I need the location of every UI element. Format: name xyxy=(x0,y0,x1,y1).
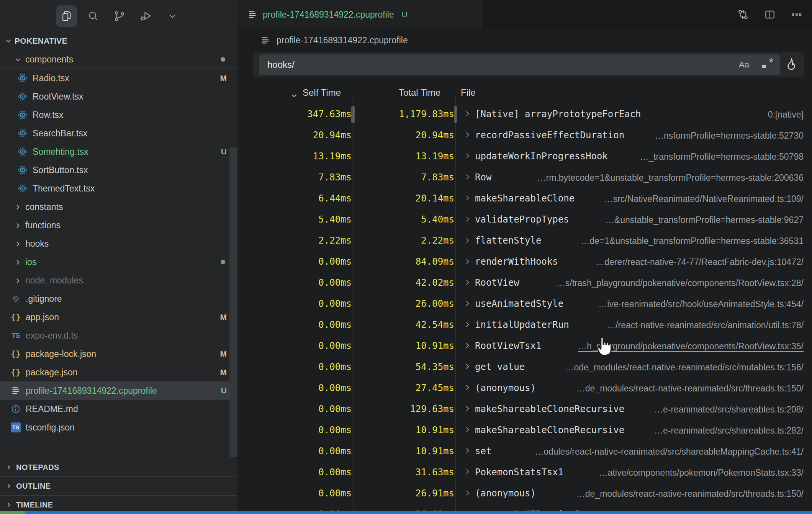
flame-icon[interactable] xyxy=(784,57,799,72)
profile-row-flattenstyle[interactable]: 2.22ms2.22msflattenStyle…de=1&unstable_t… xyxy=(237,231,812,252)
file-location-link[interactable]: 0:[native] xyxy=(768,110,804,120)
run-debug-icon[interactable] xyxy=(135,5,157,27)
chevron-right-icon[interactable] xyxy=(464,110,471,117)
file-location-link[interactable]: …de_modules/react-native-reanimated/src/… xyxy=(576,489,804,499)
file-location-link[interactable]: …de_modules/react-native-reanimated/src/… xyxy=(576,383,804,394)
sidebar-item-functions[interactable]: functions xyxy=(0,216,237,234)
open-changes-icon[interactable] xyxy=(735,6,751,23)
sidebar-item-app-json[interactable]: {}app.jsonM xyxy=(0,308,237,326)
explorer-icon[interactable] xyxy=(56,5,77,27)
profile-row-rootview[interactable]: 0.00ms42.02msRootView…s/trash_playground… xyxy=(237,273,812,294)
chevron-right-icon[interactable] xyxy=(464,426,471,433)
chevron-right-icon[interactable] xyxy=(464,131,471,138)
file-location-link[interactable]: …h_playground/pokenative/components/Root… xyxy=(578,341,804,352)
sidebar-item-sortbutton-tsx[interactable]: SortButton.tsx xyxy=(0,161,237,179)
chevron-right-icon[interactable] xyxy=(464,405,471,412)
profile-row-renderwithhooks[interactable]: 0.00ms84.09msrenderWithHooks…derer/react… xyxy=(237,252,812,273)
sidebar-section-notepads[interactable]: NOTEPADS xyxy=(0,458,237,476)
sidebar-item-hooks[interactable]: hooks xyxy=(0,234,237,253)
column-sash[interactable] xyxy=(353,96,354,511)
sidebar-item-somehting-tsx[interactable]: Somehting.tsxU xyxy=(0,142,237,161)
split-editor-icon[interactable] xyxy=(761,6,778,23)
file-location-link[interactable]: …s/trash_playground/pokenative/component… xyxy=(557,278,804,288)
match-case-button[interactable]: Aa xyxy=(738,59,750,70)
sidebar-item-themedtext-tsx[interactable]: ThemedText.tsx xyxy=(0,179,237,198)
more-views-icon[interactable] xyxy=(162,5,183,27)
profile-row-executeonuiruntimesync[interactable]: 0.00ms26.91msexecuteOnUIRuntimeSync…tive… xyxy=(237,504,812,511)
chevron-right-icon[interactable] xyxy=(464,384,471,391)
sidebar-item-row-tsx[interactable]: Row.tsx xyxy=(0,106,237,124)
sidebar-scrollbar[interactable] xyxy=(229,147,237,457)
file-location-link[interactable]: …de=1&unstable_transformProfile=hermes-s… xyxy=(581,236,804,246)
file-location-link[interactable]: …&unstable_transformProfile=hermes-stabl… xyxy=(606,215,804,225)
file-location-link[interactable]: …ive-reanimated/src/hook/useAnimatedStyl… xyxy=(598,299,804,309)
file-location-link[interactable]: …_transformProfile=hermes-stable:50798 xyxy=(640,152,804,162)
column-sash[interactable] xyxy=(455,96,456,511)
filter-input[interactable]: hooks/ Aa * xyxy=(259,54,780,75)
sidebar-item-package-json[interactable]: {}package.jsonM xyxy=(0,363,237,381)
profile-row-native-arrayprototypeforeach[interactable]: 347.63ms1,179.83ms[Native] arrayPrototyp… xyxy=(237,104,812,125)
chevron-right-icon[interactable] xyxy=(464,237,471,244)
sidebar-item-ios[interactable]: ios xyxy=(0,253,237,271)
sidebar-item-gitignore[interactable]: .gitignore xyxy=(0,290,237,308)
sidebar-item-searchbar-tsx[interactable]: SearchBar.tsx xyxy=(0,124,237,142)
chevron-right-icon[interactable] xyxy=(464,342,471,349)
chevron-right-icon[interactable] xyxy=(464,152,471,159)
profile-row-useanimatedstyle[interactable]: 0.00ms26.00msuseAnimatedStyle…ive-reanim… xyxy=(237,294,812,315)
chevron-right-icon[interactable] xyxy=(464,447,471,454)
sidebar-section-outline[interactable]: OUTLINE xyxy=(0,476,237,495)
sidebar-item-readme-md[interactable]: README.md xyxy=(0,400,237,418)
profile-row-get-value[interactable]: 0.00ms54.35msget value…ode_modules/react… xyxy=(237,357,812,378)
column-header-total-time[interactable]: Total Time xyxy=(399,87,440,98)
profile-row-makeshareableclonerecursive[interactable]: 0.00ms129.63msmakeShareableCloneRecursiv… xyxy=(237,399,812,420)
sidebar-item-node-modules[interactable]: node_modules xyxy=(0,271,237,290)
profile-row-updateworkinprogresshook[interactable]: 13.19ms13.19msupdateWorkInProgressHook…_… xyxy=(237,146,812,167)
profile-row-anonymous[interactable]: 0.00ms27.45ms(anonymous)…de_modules/reac… xyxy=(237,378,812,399)
sidebar-item-package-lock-json[interactable]: {}package-lock.jsonM xyxy=(0,345,237,363)
sidebar-item-constants[interactable]: constants xyxy=(0,198,237,216)
chevron-right-icon[interactable] xyxy=(464,216,471,223)
sidebar-item-radio-tsx[interactable]: Radio.tsxM xyxy=(0,69,237,87)
profile-row-makeshareableclonerecursive[interactable]: 0.00ms10.91msmakeShareableCloneRecursive… xyxy=(237,420,812,441)
profile-row-validateproptypes[interactable]: 5.40ms5.40msvalidatePropTypes…&unstable_… xyxy=(237,210,812,231)
chevron-right-icon[interactable] xyxy=(464,279,471,286)
sidebar-item-components[interactable]: components xyxy=(0,50,237,69)
chevron-right-icon[interactable] xyxy=(464,363,471,370)
file-location-link[interactable]: …/react-native-reanimated/src/animation/… xyxy=(607,320,804,331)
more-actions-icon[interactable] xyxy=(788,6,805,23)
profile-row-makeshareableclone[interactable]: 6.44ms20.14msmakeShareableClone…src/Nati… xyxy=(237,188,812,210)
chevron-right-icon[interactable] xyxy=(464,258,471,265)
sidebar-item-rootview-tsx[interactable]: RootView.tsx xyxy=(0,87,237,106)
chevron-right-icon[interactable] xyxy=(464,195,471,201)
chevron-right-icon[interactable] xyxy=(464,174,471,180)
source-control-icon[interactable] xyxy=(109,5,130,27)
profile-row-pokemonstatstsx1[interactable]: 0.00ms31.63msPokemonStatsTsx1…ative/comp… xyxy=(237,462,812,483)
chevron-right-icon[interactable] xyxy=(464,468,471,475)
chevron-right-icon[interactable] xyxy=(464,321,471,328)
regex-icon[interactable]: * xyxy=(761,57,774,72)
workspace-root[interactable]: POKENATIVE xyxy=(0,32,237,50)
file-location-link[interactable]: …rm.bytecode=1&unstable_transformProfile… xyxy=(537,173,804,183)
column-header-file[interactable]: File xyxy=(461,87,476,98)
column-header-self-time[interactable]: Self Time xyxy=(303,87,341,98)
profile-row-initialupdaterrun[interactable]: 0.00ms42.54msinitialUpdaterRun…/react-na… xyxy=(237,315,812,336)
chevron-right-icon[interactable] xyxy=(464,489,471,496)
file-location-link[interactable]: …src/NativeReanimated/NativeReanimated.t… xyxy=(604,194,804,204)
file-location-link[interactable]: …odules/react-native-reanimated/src/shar… xyxy=(535,447,804,457)
profile-row-rootviewtsx1[interactable]: 0.00ms10.91msRootViewTsx1…h_playground/p… xyxy=(237,336,812,357)
sidebar-item-expo-env-d-ts[interactable]: TSexpo-env.d.ts xyxy=(0,326,237,345)
file-location-link[interactable]: …ode_modules/react-native-reanimated/src… xyxy=(565,362,804,373)
file-location-link[interactable]: …derer/react-native-74-77/ReactFabric-de… xyxy=(596,257,804,267)
file-location-link[interactable]: …e-reanimated/src/shareables.ts:282/ xyxy=(654,426,804,436)
profile-row-recordpassiveeffectduration[interactable]: 20.94ms20.94msrecordPassiveEffectDuratio… xyxy=(237,125,812,146)
sidebar-item-tsconfig-json[interactable]: TStsconfig.json xyxy=(0,418,237,437)
chevron-right-icon[interactable] xyxy=(464,300,471,307)
file-location-link[interactable]: …ative/components/pokemon/PokemonStats.t… xyxy=(599,468,804,478)
file-location-link[interactable]: …e-reanimated/src/shareables.ts:208/ xyxy=(654,404,804,415)
search-icon[interactable] xyxy=(82,5,104,27)
tab-cpuprofile[interactable]: profile-1741689314922.cpuprofile U xyxy=(237,0,483,29)
file-location-link[interactable]: …nsformProfile=hermes-stable:52730 xyxy=(655,131,804,141)
sidebar-item-profile-1741689314922-cpuprofile[interactable]: profile-1741689314922.cpuprofileU xyxy=(0,381,237,400)
profile-row-row[interactable]: 7.83ms7.83msRow…rm.bytecode=1&unstable_t… xyxy=(237,167,812,188)
profile-row-set[interactable]: 0.00ms10.91msset…odules/react-native-rea… xyxy=(237,441,812,462)
